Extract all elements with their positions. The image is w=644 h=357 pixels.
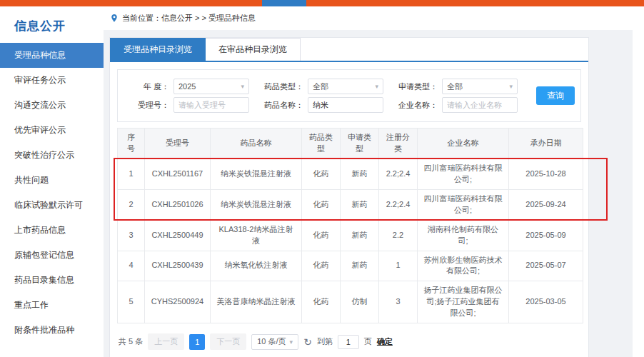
col-header-company: 企业名称 — [418, 129, 509, 159]
cell-drug-type: 化药 — [302, 159, 341, 189]
breadcrumb-text: 当前位置：信息公开 > > 受理品种信息 — [122, 13, 256, 24]
tab-accepted-catalog[interactable]: 受理品种目录浏览 — [110, 38, 206, 61]
cell-company: 湖南科伦制药有限公司; — [418, 220, 509, 251]
drug-type-select[interactable]: 全部 ▾ — [308, 79, 383, 94]
filter-group-company: 企业名称： — [392, 97, 518, 113]
filter-group-apply-type: 申请类型： 全部 ▾ — [392, 79, 518, 94]
next-page-button[interactable]: 下一页 — [210, 333, 246, 350]
cell-date: 2025-05-07 — [509, 251, 583, 281]
page-number-1[interactable]: 1 — [189, 334, 205, 350]
cell-index: 3 — [118, 220, 145, 251]
col-header-apply-type: 申请类型 — [341, 129, 379, 159]
apply-type-select-value: 全部 — [447, 81, 463, 92]
cell-index: 2 — [118, 189, 145, 220]
tab-under-review-catalog[interactable]: 在审品种目录浏览 — [206, 38, 301, 61]
sidebar-item-conditional-approval[interactable]: 附条件批准品种 — [0, 318, 104, 343]
main-area: 当前位置：信息公开 > > 受理品种信息 受理品种目录浏览 在审品种目录浏览 年… — [104, 6, 633, 357]
table-row-1[interactable]: 1 CXHL2501167 纳米炭铁混悬注射液 化药 新药 2.2;2.4 四川… — [118, 159, 583, 189]
sidebar-item-breakthrough-therapy[interactable]: 突破性治疗公示 — [0, 143, 104, 168]
cell-drug-name: KLA318-2纳米晶注射液 — [211, 220, 302, 251]
cell-apply-type: 新药 — [341, 220, 379, 251]
drug-name-input[interactable] — [308, 97, 383, 113]
sidebar-item-marketed-drugs[interactable]: 上市药品信息 — [0, 218, 104, 243]
right-margin-strip — [633, 6, 644, 357]
acceptance-no-input[interactable] — [173, 97, 249, 113]
sidebar-item-accepted-varieties[interactable]: 受理品种信息 — [0, 43, 104, 68]
goto-page-input[interactable] — [338, 335, 359, 349]
prev-page-button[interactable]: 上一页 — [148, 333, 184, 350]
top-banner — [0, 0, 644, 6]
cell-company: 四川富瑞医药科技有限公司; — [418, 189, 509, 220]
year-select-value: 2025 — [178, 82, 196, 91]
sidebar-item-communication[interactable]: 沟通交流公示 — [0, 93, 104, 118]
sidebar: 信息公开 受理品种信息 审评任务公示 沟通交流公示 优先审评公示 突破性治疗公示… — [0, 6, 104, 357]
table-row-5[interactable]: 5 CYHS2500924 美洛昔康纳米晶注射液 化药 仿制 3 扬子江药业集团… — [118, 281, 583, 323]
cell-date: 2025-09-24 — [509, 189, 583, 220]
filter-row-2: 受理号： 药品名称： 企业名称： — [124, 97, 532, 113]
chevron-down-icon: ▾ — [241, 83, 244, 90]
sidebar-item-common-issues[interactable]: 共性问题 — [0, 168, 104, 193]
page-size-value: 10 条/页 — [257, 336, 286, 347]
breadcrumb: 当前位置：信息公开 > > 受理品种信息 — [104, 6, 633, 30]
refresh-icon[interactable]: ↻ — [303, 337, 312, 347]
cell-index: 1 — [118, 159, 145, 189]
cell-drug-type: 化药 — [302, 281, 341, 323]
sidebar-item-priority-review[interactable]: 优先审评公示 — [0, 118, 104, 143]
col-header-index: 序号 — [118, 129, 145, 159]
acceptance-no-label: 受理号： — [124, 100, 169, 111]
filter-group-year: 年 度： 2025 ▾ — [124, 79, 249, 94]
cell-register-class: 2.2;2.4 — [379, 159, 418, 189]
cell-index: 4 — [118, 251, 145, 281]
search-button[interactable]: 查询 — [536, 86, 575, 105]
cell-register-class: 1 — [379, 251, 418, 281]
sidebar-item-review-tasks[interactable]: 审评任务公示 — [0, 68, 104, 93]
chevron-down-icon: ▾ — [290, 338, 293, 346]
goto-label: 到第 — [317, 336, 333, 347]
cell-drug-name: 纳米炭铁混悬注射液 — [211, 189, 302, 220]
chevron-down-icon: ▾ — [375, 83, 378, 90]
table-row-3[interactable]: 3 CXHL2500449 KLA318-2纳米晶注射液 化药 新药 2.2 湖… — [118, 220, 583, 251]
confirm-button[interactable]: 确定 — [377, 336, 393, 347]
sidebar-item-drug-catalog[interactable]: 药品目录集信息 — [0, 268, 104, 293]
cell-apply-type: 新药 — [341, 189, 379, 220]
filter-rows: 年 度： 2025 ▾ 药品类型： 全部 ▾ — [124, 76, 532, 116]
sidebar-item-excipient-registration[interactable]: 原辅包登记信息 — [0, 243, 104, 268]
apply-type-select[interactable]: 全部 ▾ — [442, 79, 518, 94]
apply-type-label: 申请类型： — [392, 81, 438, 92]
page-layout: 信息公开 受理品种信息 审评任务公示 沟通交流公示 优先审评公示 突破性治疗公示… — [0, 6, 644, 357]
cell-drug-name: 美洛昔康纳米晶注射液 — [211, 281, 302, 323]
results-table: 序号 受理号 药品名称 药品类型 申请类型 注册分类 企业名称 承办日期 1 — [117, 128, 583, 323]
cell-apply-type: 仿制 — [341, 281, 379, 323]
filter-group-drug-name: 药品名称： — [258, 97, 383, 113]
cell-register-class: 2.2 — [379, 220, 418, 251]
table-row-2[interactable]: 2 CXHL2501026 纳米炭铁混悬注射液 化药 新药 2.2;2.4 四川… — [118, 189, 583, 220]
col-header-drug-name: 药品名称 — [211, 129, 302, 159]
company-input[interactable] — [442, 97, 518, 113]
chevron-down-icon: ▾ — [509, 83, 513, 90]
pagination-total: 共 5 条 — [119, 336, 143, 347]
filter-row-1: 年 度： 2025 ▾ 药品类型： 全部 ▾ — [124, 79, 532, 94]
cell-drug-type: 化药 — [302, 251, 341, 281]
year-select[interactable]: 2025 ▾ — [173, 79, 249, 94]
sidebar-item-clinical-trial-implied-license[interactable]: 临床试验默示许可 — [0, 193, 104, 218]
drug-type-select-value: 全部 — [313, 81, 328, 92]
cell-date: 2025-03-05 — [509, 281, 583, 323]
content-wrap: 受理品种目录浏览 在审品种目录浏览 年 度： 2025 ▾ — [104, 30, 633, 357]
cell-acceptance-no: CXHL2501167 — [145, 159, 211, 189]
location-pin-icon — [111, 14, 118, 23]
cell-acceptance-no: CXHL2500449 — [145, 220, 211, 251]
year-label: 年 度： — [124, 81, 169, 92]
cell-date: 2025-05-09 — [509, 220, 583, 251]
cell-apply-type: 新药 — [341, 251, 379, 281]
cell-acceptance-no: CYHS2500924 — [145, 281, 211, 323]
pagination-bar: 共 5 条 上一页 1 下一页 10 条/页 ▾ ↻ 到第 页 确定 — [119, 333, 581, 350]
table-row-4[interactable]: 4 CXHL2500439 纳米氧化铁注射液 化药 新药 1 苏州欣影生物医药技… — [118, 251, 583, 281]
page-size-select[interactable]: 10 条/页 ▾ — [251, 334, 298, 350]
drug-name-label: 药品名称： — [258, 100, 303, 111]
filter-group-acceptance-no: 受理号： — [124, 97, 249, 113]
cell-drug-type: 化药 — [302, 189, 341, 220]
cell-date: 2025-10-28 — [509, 159, 583, 189]
cell-drug-name: 纳米炭铁混悬注射液 — [211, 159, 302, 189]
sidebar-item-key-work[interactable]: 重点工作 — [0, 293, 104, 318]
sidebar-title: 信息公开 — [0, 6, 104, 43]
